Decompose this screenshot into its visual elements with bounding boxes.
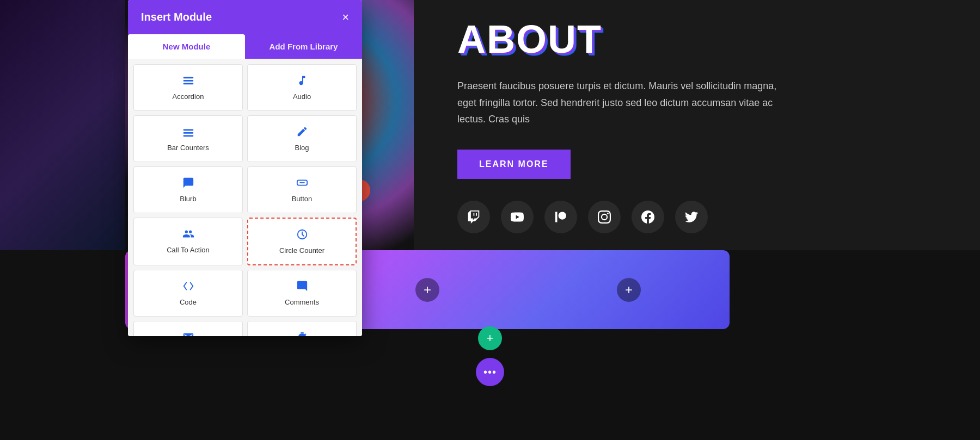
modal-tabs: New Module Add From Library xyxy=(128,34,362,59)
audio-icon xyxy=(296,75,308,88)
module-item-blog[interactable]: Blog xyxy=(247,115,357,162)
tab-add-from-library[interactable]: Add From Library xyxy=(245,34,362,59)
instagram-icon[interactable] xyxy=(588,201,621,233)
svg-rect-0 xyxy=(183,77,193,79)
svg-rect-2 xyxy=(183,83,193,85)
accordion-label: Accordion xyxy=(173,92,204,101)
button-label: Button xyxy=(292,195,313,203)
learn-more-button[interactable]: LEARN MORE xyxy=(457,150,571,179)
blog-label: Blog xyxy=(295,144,309,152)
module-item-bar-counters[interactable]: Bar Counters xyxy=(133,115,243,162)
module-item-accordion[interactable]: Accordion xyxy=(133,64,243,111)
code-icon xyxy=(182,280,194,294)
svg-rect-5 xyxy=(183,135,193,137)
youtube-icon[interactable] xyxy=(501,201,534,233)
twitch-icon[interactable] xyxy=(457,201,490,233)
about-text: Praesent faucibus posuere turpis et dict… xyxy=(457,78,784,128)
section-add-button-3[interactable]: + xyxy=(617,278,641,302)
module-item-call-to-action[interactable]: Call To Action xyxy=(133,218,243,265)
countdown-timer-icon xyxy=(296,331,308,336)
code-label: Code xyxy=(180,298,197,306)
tab-new-module[interactable]: New Module xyxy=(128,34,245,59)
button-icon xyxy=(296,177,308,190)
circle-counter-icon xyxy=(296,228,308,242)
section-options-button[interactable]: ••• xyxy=(476,358,504,386)
call-to-action-icon xyxy=(182,228,194,241)
module-item-countdown-timer[interactable]: Countdown Timer xyxy=(247,321,357,336)
module-item-comments[interactable]: Comments xyxy=(247,270,357,317)
social-icons-row xyxy=(457,201,936,233)
module-grid: Accordion Audio Bar Counters xyxy=(133,64,357,336)
insert-module-modal: Insert Module × New Module Add From Libr… xyxy=(128,0,362,336)
module-item-blurb[interactable]: Blurb xyxy=(133,166,243,213)
module-item-circle-counter[interactable]: Circle Counter xyxy=(247,218,357,265)
facebook-icon[interactable] xyxy=(632,201,664,233)
bar-counters-icon xyxy=(182,126,194,139)
svg-rect-1 xyxy=(183,80,193,82)
row-add-button[interactable]: + xyxy=(478,326,502,350)
module-item-contact-form[interactable]: Contact Form xyxy=(133,321,243,336)
section-add-button-2[interactable]: + xyxy=(415,278,439,302)
svg-rect-3 xyxy=(183,129,193,131)
blog-icon xyxy=(296,126,308,139)
about-title: ABOUT xyxy=(457,17,936,61)
circle-counter-label: Circle Counter xyxy=(279,246,324,255)
twitter-icon[interactable] xyxy=(675,201,708,233)
modal-body: Accordion Audio Bar Counters xyxy=(128,59,362,336)
modal-close-button[interactable]: × xyxy=(342,11,349,23)
call-to-action-label: Call To Action xyxy=(167,246,210,254)
modal-header: Insert Module × xyxy=(128,0,362,34)
module-item-audio[interactable]: Audio xyxy=(247,64,357,111)
contact-form-icon xyxy=(182,331,194,336)
about-section: ABOUT Praesent faucibus posuere turpis e… xyxy=(414,0,980,250)
accordion-icon xyxy=(182,75,194,88)
patreon-icon[interactable] xyxy=(544,201,577,233)
module-item-button[interactable]: Button xyxy=(247,166,357,213)
bar-counters-label: Bar Counters xyxy=(167,144,209,152)
blurb-label: Blurb xyxy=(180,195,196,203)
comments-icon xyxy=(296,280,308,294)
module-item-code[interactable]: Code xyxy=(133,270,243,317)
audio-label: Audio xyxy=(293,92,311,101)
svg-rect-4 xyxy=(183,132,193,134)
comments-label: Comments xyxy=(285,298,319,306)
modal-title: Insert Module xyxy=(141,11,212,23)
blurb-icon xyxy=(182,177,194,190)
